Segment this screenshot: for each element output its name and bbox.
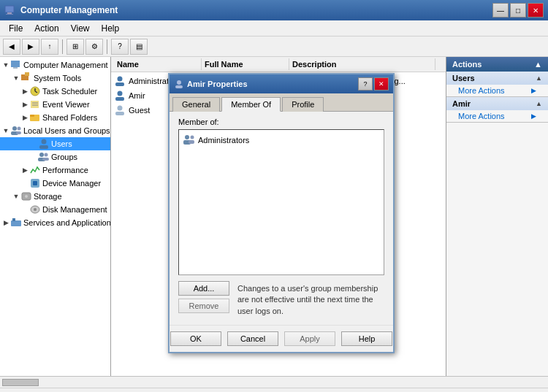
svg-rect-2: [6, 14, 13, 15]
dialog-controls: ? ✕: [358, 77, 389, 91]
svg-rect-1: [7, 12, 12, 14]
minimize-button[interactable]: —: [492, 3, 509, 18]
storage-icon: [20, 191, 32, 202]
expand-root[interactable]: ▼: [1, 61, 10, 69]
expand-services[interactable]: ▶: [1, 218, 10, 227]
dialog-close-button[interactable]: ✕: [374, 77, 389, 91]
menu-view[interactable]: View: [65, 22, 96, 35]
menu-action[interactable]: Action: [28, 22, 64, 35]
tab-general[interactable]: General: [172, 97, 220, 112]
expand-shared-folders[interactable]: ▶: [20, 113, 29, 122]
help-toolbar-button[interactable]: ?: [111, 39, 129, 55]
tab-member-of[interactable]: Member Of: [221, 97, 281, 112]
expand-users: [29, 139, 38, 148]
tree-label-task-scheduler: Task Scheduler: [42, 87, 97, 96]
actions-section-users-arrow: ▲: [536, 74, 542, 82]
tree-label-system-tools: System Tools: [34, 74, 81, 82]
tab-profile-label: Profile: [292, 100, 314, 109]
svg-rect-4: [13, 67, 18, 69]
actions-link-amir-more[interactable]: More Actions ▶: [446, 110, 548, 122]
member-list[interactable]: Administrators: [178, 129, 384, 275]
expand-event-viewer[interactable]: ▶: [20, 100, 29, 109]
tree-item-event-viewer[interactable]: ▶ Event Viewer: [0, 98, 110, 111]
dialog-note: Changes to a user's group membership are…: [235, 281, 384, 319]
performance-icon: [29, 164, 41, 176]
svg-rect-20: [39, 145, 48, 149]
tree-label-shared-folders: Shared Folders: [42, 113, 97, 122]
maximize-button[interactable]: □: [510, 3, 526, 18]
actions-section-amir-header[interactable]: Amir ▲: [446, 97, 548, 110]
add-button[interactable]: Add...: [178, 281, 229, 296]
more-actions-users-label: More Actions: [458, 86, 505, 95]
menu-file[interactable]: File: [3, 22, 28, 35]
device-manager-icon: [29, 177, 41, 189]
tree-item-storage[interactable]: ▼ Storage: [0, 190, 110, 203]
cancel-button[interactable]: Cancel: [227, 331, 278, 346]
up-button[interactable]: ↑: [41, 39, 58, 55]
expand-task-scheduler[interactable]: ▶: [20, 87, 29, 96]
member-item-administrators-icon: [183, 134, 195, 147]
tree-label-performance: Performance: [42, 166, 88, 174]
svg-point-33: [118, 77, 123, 82]
tree-label-local-users: Local Users and Groups: [23, 126, 110, 135]
col-header-fullname[interactable]: Full Name: [202, 58, 289, 70]
tree-item-disk-management[interactable]: Disk Management: [0, 203, 110, 216]
forward-button[interactable]: ▶: [22, 39, 39, 55]
svg-point-15: [12, 126, 17, 131]
hscroll-thumb[interactable]: [2, 379, 39, 386]
tree-label-storage: Storage: [34, 192, 62, 201]
tree-item-services[interactable]: ▶ Services and Applications: [0, 216, 110, 229]
horizontal-scroll[interactable]: [0, 376, 548, 388]
expand-performance[interactable]: ▶: [20, 166, 29, 174]
member-of-label: Member of:: [178, 118, 384, 126]
show-hide-button[interactable]: ⊞: [66, 39, 84, 55]
svg-point-19: [42, 139, 47, 145]
properties-button[interactable]: ⚙: [85, 39, 103, 55]
back-button[interactable]: ◀: [3, 39, 20, 55]
ok-button[interactable]: OK: [170, 331, 221, 346]
tree-item-groups[interactable]: Groups: [0, 150, 110, 164]
dialog-help-button[interactable]: ?: [358, 77, 373, 91]
tab-profile[interactable]: Profile: [282, 97, 324, 112]
expand-storage[interactable]: ▼: [12, 192, 20, 201]
tree-item-system-tools[interactable]: ▼ System Tools: [0, 72, 110, 85]
menu-help[interactable]: Help: [96, 22, 126, 35]
expand-local-users[interactable]: ▼: [1, 126, 10, 135]
app-icon: [4, 4, 16, 16]
extra-button[interactable]: ▤: [130, 39, 148, 55]
user-icon-guest: [114, 104, 126, 116]
content-header: Name Full Name Description: [111, 57, 446, 72]
svg-point-41: [185, 135, 189, 139]
remove-button[interactable]: Remove: [178, 299, 229, 313]
member-item-administrators-label: Administrators: [198, 136, 249, 145]
dialog-title-icon: [174, 79, 184, 89]
actions-collapse-icon[interactable]: ▲: [534, 60, 542, 69]
dialog-footer: OK Cancel Apply Help: [170, 325, 393, 352]
close-button[interactable]: ✕: [528, 3, 544, 18]
tree-item-users[interactable]: Users: [0, 137, 110, 150]
col-header-name[interactable]: Name: [114, 58, 202, 70]
system-tools-icon: [20, 72, 32, 84]
tree-item-shared-folders[interactable]: ▶ Shared Folders: [0, 111, 110, 124]
tree-item-device-manager[interactable]: Device Manager: [0, 177, 110, 190]
member-item-administrators[interactable]: Administrators: [182, 133, 381, 147]
actions-link-users-more[interactable]: More Actions ▶: [446, 85, 548, 96]
col-header-description[interactable]: Description: [289, 58, 435, 70]
svg-rect-32: [12, 218, 15, 221]
toolbar: ◀ ▶ ↑ ⊞ ⚙ ? ▤: [0, 36, 548, 57]
expand-system-tools[interactable]: ▼: [12, 74, 20, 82]
tree-item-performance[interactable]: ▶ Performance: [0, 164, 110, 177]
actions-section-users-header[interactable]: Users ▲: [446, 72, 548, 85]
expand-groups: [29, 153, 38, 161]
tree-item-local-users[interactable]: ▼ Local Users and Groups: [0, 124, 110, 137]
tree-item-root[interactable]: ▼ Computer Management (Local: [0, 58, 110, 72]
tree-label-services: Services and Applications: [23, 218, 111, 227]
more-actions-amir-label: More Actions: [458, 112, 505, 120]
apply-button[interactable]: Apply: [284, 331, 335, 346]
svg-rect-26: [33, 181, 37, 185]
svg-rect-10: [31, 101, 39, 108]
svg-rect-14: [30, 115, 34, 117]
help-button[interactable]: Help: [341, 331, 392, 346]
tree-item-task-scheduler[interactable]: ▶ Task Scheduler: [0, 85, 110, 98]
svg-point-21: [39, 153, 44, 157]
